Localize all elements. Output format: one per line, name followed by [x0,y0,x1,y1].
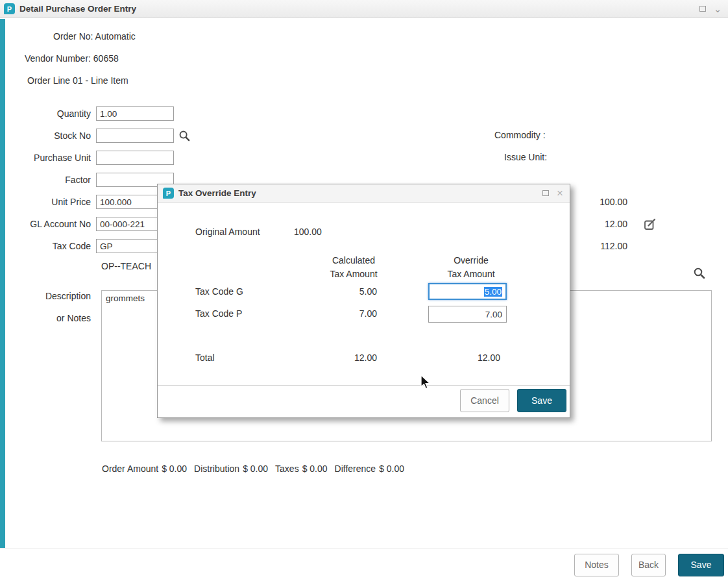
app-logo-icon: P [4,3,15,14]
dialog-total-label: Total [195,352,215,363]
calculated-column-header: Calculated Tax Amount [318,254,389,281]
order-amount-label: Order Amount [102,464,158,474]
total-amount-value: 112.00 [595,241,627,251]
notes-button[interactable]: Notes [574,554,619,576]
totals-bar: Order Amount$ 0.00 Distribution$ 0.00 Ta… [102,464,404,474]
description-label: Description [0,291,96,301]
taxes-label: Taxes [275,464,299,474]
dialog-app-icon: P [163,188,174,199]
lookup-search-icon[interactable] [693,267,706,282]
quantity-label: Quantity [0,108,96,119]
tax-code-g-override-value: 5.00 [484,287,502,297]
collapse-icon[interactable]: ⌄ [714,6,722,12]
dialog-total-calculated: 12.00 [312,352,377,363]
tax-code-p-label: Tax Code P [195,308,242,319]
dialog-cancel-button[interactable]: Cancel [460,389,509,412]
main-titlebar: P Detail Purchase Order Entry ⌄ [0,0,728,18]
footer-bar: Notes Back Save [0,548,728,581]
tax-edit-icon[interactable] [644,218,657,233]
tax-override-dialog: P Tax Override Entry × Original Amount 1… [157,184,570,418]
dialog-close-icon[interactable]: × [557,189,563,198]
quantity-input[interactable] [96,106,174,121]
tax-code-description-text: OP--TEACH [101,261,151,271]
purchase-unit-input[interactable] [96,151,174,165]
gl-account-label: GL Account No [0,219,96,229]
override-column-header: Override Tax Amount [435,254,507,281]
tax-code-p-override-input[interactable] [428,306,507,323]
tax-code-p-calculated: 7.00 [312,308,377,319]
tax-code-label: Tax Code [0,241,96,251]
dialog-title: Tax Override Entry [178,188,256,198]
tax-code-g-override-input[interactable]: 5.00 [428,283,507,300]
vendor-number-text: Vendor Number: 60658 [25,53,119,64]
commodity-label: Commodity : [494,130,546,140]
stock-no-label: Stock No [0,130,96,141]
issue-unit-label: Issue Unit: [504,152,547,162]
difference-value: $ 0.00 [379,464,404,474]
tax-amount-value: 12.00 [595,219,627,229]
maximize-icon[interactable] [699,6,706,12]
original-amount-label: Original Amount [195,227,260,237]
left-accent-strip [0,19,5,548]
taxes-value: $ 0.00 [302,464,328,474]
window-title: Detail Purchase Order Entry [19,4,136,14]
dialog-maximize-icon[interactable] [542,190,549,196]
back-button[interactable]: Back [631,554,666,576]
order-no-text: Order No: Automatic [53,31,136,42]
dialog-save-button[interactable]: Save [517,389,566,412]
unit-price-label: Unit Price [0,197,96,207]
original-amount-value: 100.00 [294,227,322,237]
difference-label: Difference [335,464,376,474]
dialog-titlebar[interactable]: P Tax Override Entry × [158,184,570,203]
purchase-unit-label: Purchase Unit [0,153,96,163]
stock-no-input[interactable] [96,129,174,143]
distribution-value: $ 0.00 [243,464,268,474]
tax-code-g-calculated: 5.00 [312,286,377,297]
tax-code-g-label: Tax Code G [195,286,243,297]
distribution-label: Distribution [194,464,239,474]
extended-amount-value: 100.00 [595,197,627,207]
stock-no-search-icon[interactable] [178,130,191,142]
save-button[interactable]: Save [678,554,724,576]
order-line-text: Order Line 01 - Line Item [27,75,128,86]
dialog-total-override: 12.00 [432,352,500,363]
dialog-separator [158,385,570,386]
or-notes-label: or Notes [0,313,96,323]
order-amount-value: $ 0.00 [162,464,187,474]
factor-label: Factor [0,175,96,185]
